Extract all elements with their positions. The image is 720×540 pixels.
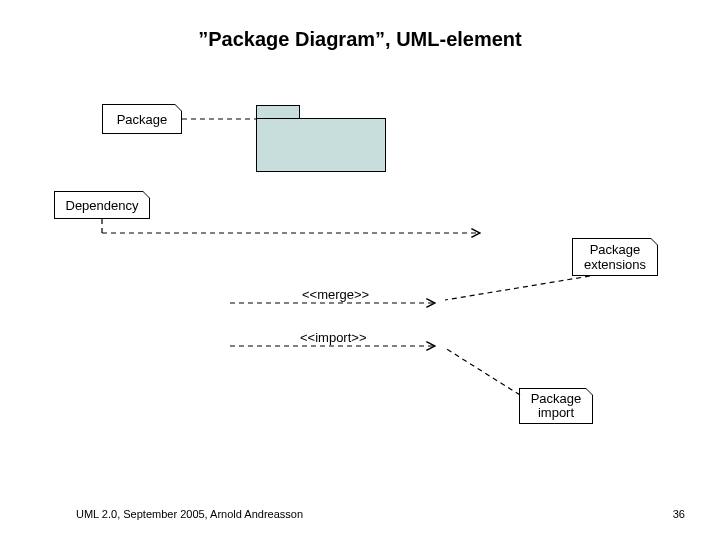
note-package-import-line1: Package: [531, 391, 582, 406]
label-merge: <<merge>>: [300, 287, 371, 302]
footer-left: UML 2.0, September 2005, Arnold Andreass…: [76, 508, 303, 520]
slide-title: ”Package Diagram”, UML-element: [0, 28, 720, 51]
uml-package-body: [256, 118, 386, 172]
note-corner-fold: [142, 191, 150, 199]
note-package-import: Package import: [519, 388, 593, 424]
note-dependency-text: Dependency: [66, 198, 139, 213]
label-import: <<import>>: [298, 330, 369, 345]
slide: ”Package Diagram”, UML-element Package D…: [0, 0, 720, 540]
note-package-extensions-line2: extensions: [584, 257, 646, 272]
note-corner-fold: [650, 238, 658, 246]
footer-page-number: 36: [673, 508, 685, 520]
note-package-extensions-line1: Package: [590, 242, 641, 257]
svg-line-3: [445, 276, 590, 300]
note-dependency: Dependency: [54, 191, 150, 219]
note-package-import-line2: import: [538, 405, 574, 420]
svg-line-6: [445, 348, 520, 395]
note-package-text: Package: [117, 112, 168, 127]
note-package: Package: [102, 104, 182, 134]
note-corner-fold: [585, 388, 593, 396]
uml-package-tab: [256, 105, 300, 119]
note-corner-fold: [174, 104, 182, 112]
note-package-extensions: Package extensions: [572, 238, 658, 276]
